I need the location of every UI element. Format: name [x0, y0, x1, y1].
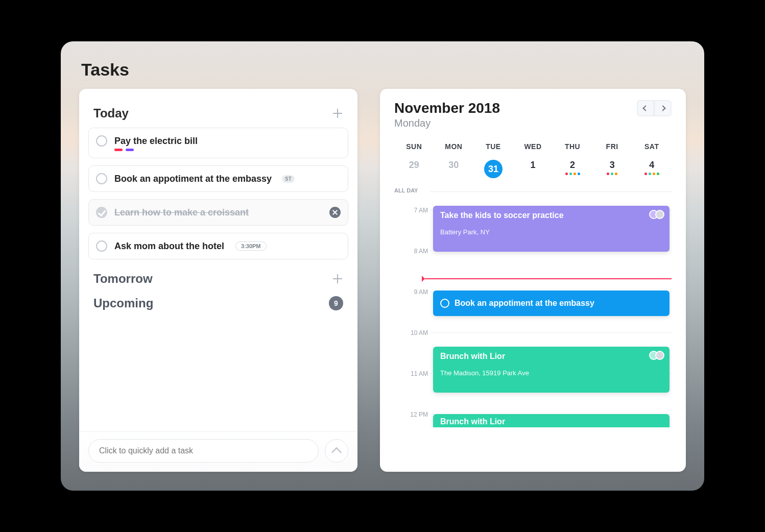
- upcoming-section-header[interactable]: Upcoming 9: [79, 291, 357, 316]
- hour-label: 11 AM: [400, 370, 428, 377]
- calendar-panel: November 2018 Monday SUN MON TUE WED THU…: [380, 89, 686, 472]
- today-task-list: Pay the electric bill Book an appotiment…: [79, 126, 357, 267]
- today-section-header: Today: [79, 101, 357, 126]
- weekday: FRI: [592, 142, 632, 151]
- calendar-event[interactable]: Brunch with Lior The Madison, 15919 Park…: [433, 347, 670, 393]
- weekday: WED: [513, 142, 553, 151]
- hour-label: 9 AM: [400, 288, 428, 296]
- calendar-month: November 2018: [394, 100, 500, 116]
- date-event-dots: [565, 173, 580, 175]
- quick-add-input[interactable]: [88, 439, 319, 463]
- date-number: 3: [610, 160, 615, 171]
- app-window: Tasks Today Pay the electric bill: [61, 41, 704, 491]
- date-event-dots: [644, 173, 659, 175]
- event-avatars: [652, 210, 664, 219]
- today-title: Today: [93, 106, 129, 120]
- date-cell[interactable]: 30: [434, 160, 474, 178]
- weekday: SUN: [394, 142, 434, 151]
- tasks-panel: Today Pay the electric bill Book an appo…: [79, 89, 357, 472]
- calendar-title-block: November 2018 Monday: [394, 100, 500, 129]
- task-title: Learn how to make a croissant: [114, 207, 249, 218]
- weekday-row: SUN MON TUE WED THU FRI SAT: [394, 142, 672, 151]
- event-avatars: [652, 351, 664, 360]
- hour-label: 8 AM: [400, 248, 428, 255]
- date-cell[interactable]: 3: [592, 160, 632, 178]
- hour-label: 10 AM: [400, 329, 428, 336]
- task-card[interactable]: Learn how to make a croissant: [88, 199, 348, 226]
- task-card[interactable]: Ask mom about the hotel 3:30PM: [88, 233, 348, 259]
- task-checkbox[interactable]: [96, 173, 107, 184]
- upcoming-count-badge: 9: [329, 296, 343, 310]
- event-location: The Madison, 15919 Park Ave: [440, 369, 662, 377]
- plus-icon[interactable]: [332, 273, 343, 284]
- task-card[interactable]: Pay the electric bill: [88, 128, 348, 158]
- hour-line: [430, 332, 672, 333]
- hour-label: 12 PM: [400, 411, 428, 418]
- tomorrow-section-header[interactable]: Tomorrow: [79, 267, 357, 291]
- date-cell[interactable]: 1: [513, 160, 553, 178]
- event-title: Book an appotiment at the embassy: [455, 299, 594, 308]
- hour-label: 7 AM: [400, 207, 428, 214]
- date-number: 31: [484, 160, 503, 178]
- task-card[interactable]: Book an appotiment at the embassy ST: [88, 165, 348, 192]
- date-number: 1: [530, 160, 535, 171]
- task-title: Pay the electric bill: [114, 136, 198, 147]
- allday-label: ALL DAY: [394, 187, 418, 194]
- close-icon[interactable]: [329, 207, 341, 218]
- date-number: 30: [448, 160, 459, 171]
- task-tag-dots: [114, 149, 134, 151]
- chevron-left-icon: [642, 105, 648, 111]
- weekday: SAT: [632, 142, 672, 151]
- plus-icon[interactable]: [332, 108, 343, 119]
- chevron-right-icon: [660, 105, 665, 111]
- date-cell[interactable]: 4: [632, 160, 672, 178]
- date-number: 4: [649, 160, 654, 171]
- current-time-indicator: [425, 278, 672, 279]
- divider: [430, 191, 672, 192]
- task-title: Ask mom about the hotel: [114, 241, 224, 252]
- weekday: TUE: [473, 142, 513, 151]
- calendar-dayname: Monday: [394, 117, 500, 129]
- calendar-event[interactable]: Take the kids to soccer practice Battery…: [433, 206, 670, 252]
- date-cell[interactable]: 29: [394, 160, 434, 178]
- event-title: Take the kids to soccer practice: [440, 211, 662, 220]
- arrow-up-icon: [331, 447, 342, 457]
- calendar-next-button[interactable]: [655, 101, 671, 115]
- tag-dot: [114, 149, 123, 151]
- date-cell[interactable]: 2: [553, 160, 592, 178]
- calendar-nav: [637, 100, 672, 116]
- calendar-prev-button[interactable]: [638, 101, 653, 115]
- weekday: MON: [434, 142, 474, 151]
- date-row: 29 30 31 1 2 3 4: [394, 160, 672, 178]
- calendar-event[interactable]: Brunch with Lior: [433, 414, 670, 427]
- task-time-pill: 3:30PM: [235, 241, 267, 251]
- weekday: THU: [553, 142, 592, 151]
- page-title: Tasks: [81, 60, 686, 80]
- task-checkbox[interactable]: [96, 240, 107, 252]
- date-event-dots: [607, 173, 617, 175]
- task-checkbox[interactable]: [96, 135, 107, 147]
- tag-dot: [126, 149, 134, 151]
- date-number: 29: [409, 160, 419, 171]
- upcoming-title: Upcoming: [93, 296, 153, 310]
- event-checkbox-icon[interactable]: [440, 299, 449, 308]
- event-title: Brunch with Lior: [440, 417, 662, 426]
- tomorrow-title: Tomorrow: [93, 272, 153, 286]
- calendar-event[interactable]: Book an appotiment at the embassy: [433, 291, 670, 316]
- calendar-header: November 2018 Monday: [394, 100, 672, 129]
- task-title: Book an appotiment at the embassy: [114, 174, 272, 184]
- task-checkbox[interactable]: [96, 207, 107, 218]
- event-title: Brunch with Lior: [440, 352, 662, 361]
- quick-add-submit[interactable]: [325, 439, 348, 463]
- tasks-footer: [79, 431, 357, 472]
- calendar-timeline[interactable]: ALL DAY 7 AM 8 AM 9 AM 10 AM 11 AM 12 PM: [394, 187, 672, 427]
- event-location: Battery Park, NY: [440, 228, 662, 236]
- task-badge: ST: [282, 175, 295, 183]
- date-number: 2: [570, 160, 575, 171]
- date-cell[interactable]: 31: [473, 160, 513, 178]
- columns: Today Pay the electric bill Book an appo…: [79, 89, 686, 472]
